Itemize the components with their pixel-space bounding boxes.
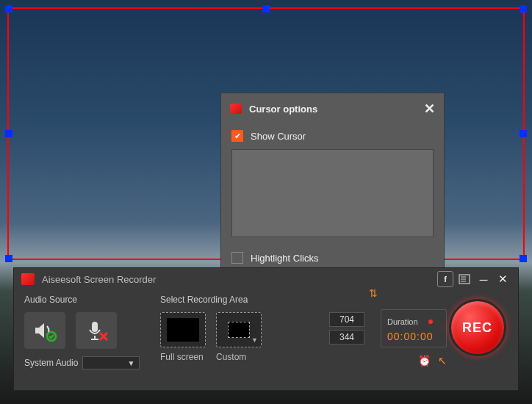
highlight-clicks-checkbox[interactable] [231, 252, 243, 264]
duration-section: Duration 00:00:00 ⏰ ↖ [381, 295, 447, 367]
full-screen-label: Full screen [160, 352, 206, 362]
custom-area-option[interactable]: ▼ [216, 312, 262, 347]
cursor-icon[interactable]: ↖ [438, 355, 447, 367]
microphone-toggle[interactable] [76, 312, 117, 349]
dialog-title: Cursor options [249, 104, 424, 115]
audio-device-dropdown[interactable]: ▼ [82, 356, 140, 369]
dimensions-section: 704 344 ⇅ [329, 295, 381, 347]
show-cursor-label: Show Cursor [251, 131, 306, 142]
settings-icon[interactable] [456, 271, 472, 287]
resize-handle-mid-right[interactable] [520, 130, 527, 137]
chevron-down-icon[interactable]: ▼ [251, 336, 258, 344]
resize-handle-bottom-left[interactable] [5, 255, 12, 262]
show-cursor-checkbox[interactable]: ✔ [231, 130, 243, 142]
link-aspect-icon[interactable]: ⇅ [369, 287, 378, 299]
app-title: Aiseesoft Screen Recorder [42, 274, 434, 285]
resize-handle-bottom-right[interactable] [520, 255, 527, 262]
full-screen-option[interactable] [160, 312, 206, 347]
app-icon [21, 273, 35, 285]
select-area-label: Select Recording Area [160, 295, 329, 305]
resize-handle-top-mid[interactable] [262, 5, 270, 12]
audio-source-label: Audio Source [24, 295, 160, 305]
titlebar[interactable]: Aiseesoft Screen Recorder f ─ ✕ [14, 268, 518, 290]
record-button[interactable]: REC [449, 299, 506, 356]
minimize-button[interactable]: ─ [475, 271, 492, 287]
resize-handle-mid-left[interactable] [5, 130, 12, 137]
height-input[interactable]: 344 [329, 330, 364, 345]
recording-indicator-icon [428, 320, 433, 324]
recorder-panel: Aiseesoft Screen Recorder f ─ ✕ Audio So… [13, 267, 519, 391]
custom-label: Custom [216, 352, 262, 362]
width-input[interactable]: 704 [329, 312, 364, 327]
recording-area-section: Select Recording Area ▼ Full screen Cust… [160, 295, 329, 362]
audio-source-section: Audio Source System Audio ▼ [24, 295, 160, 369]
svg-rect-5 [92, 322, 98, 332]
system-audio-toggle[interactable] [24, 312, 65, 349]
rec-section: REC [447, 295, 508, 356]
system-audio-label: System Audio [24, 358, 78, 368]
app-icon [230, 104, 242, 114]
clock-icon[interactable]: ⏰ [418, 355, 431, 367]
close-icon[interactable]: ✕ [424, 101, 435, 117]
highlight-clicks-label: Hightlight Clicks [251, 253, 318, 264]
resize-handle-top-right[interactable] [520, 5, 527, 12]
close-button[interactable]: ✕ [495, 271, 511, 287]
duration-label: Duration [387, 317, 418, 326]
duration-time: 00:00:00 [387, 331, 440, 342]
facebook-icon[interactable]: f [437, 271, 453, 287]
resize-handle-top-left[interactable] [5, 5, 12, 12]
cursor-preview-area [231, 149, 434, 237]
